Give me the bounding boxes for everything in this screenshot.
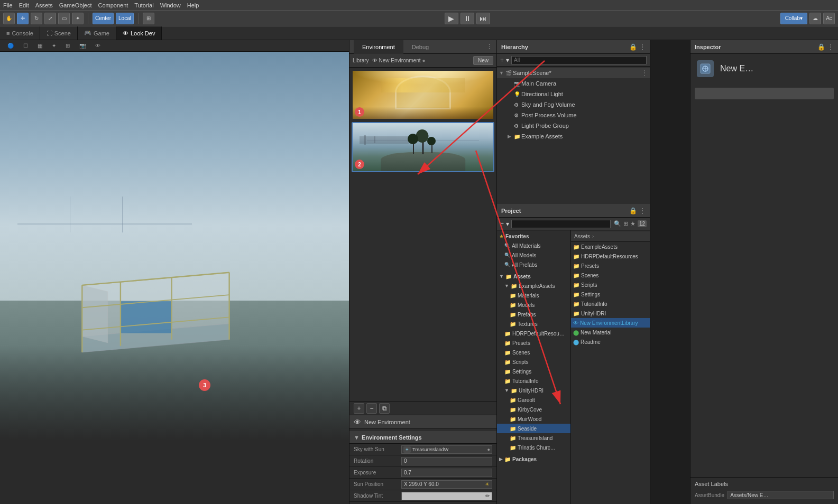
project-search[interactable]: [511, 220, 611, 228]
menu-component[interactable]: Component: [98, 2, 128, 8]
tree-scripts[interactable]: 📁 Scripts: [497, 357, 570, 367]
asset-readme[interactable]: ⬤ Readme: [571, 337, 650, 347]
exposure-field[interactable]: 0.7: [401, 469, 492, 477]
add-env-btn[interactable]: +: [354, 403, 364, 414]
hierarchy-example-assets[interactable]: ▶ 📁 Example Assets: [497, 131, 650, 142]
asset-example-assets[interactable]: 📁 ExampleAssets: [571, 242, 650, 251]
tab-game[interactable]: 🎮 Game: [78, 26, 116, 40]
tree-prefabs[interactable]: 📁 Prefabs: [497, 310, 570, 319]
menu-window[interactable]: Window: [160, 2, 181, 8]
env-thumb-1[interactable]: 1: [352, 70, 494, 120]
play-btn[interactable]: ▶: [445, 13, 458, 24]
sunpos-field[interactable]: X 299.0 Y 60.0 ☀: [401, 480, 492, 489]
hierarchy-more-icon[interactable]: ⋮: [639, 43, 646, 51]
tree-unityhdri[interactable]: ▼ 📁 UnityHDRI: [497, 386, 570, 395]
tree-materials[interactable]: 📁 Materials: [497, 291, 570, 300]
env-thumb-2[interactable]: 2: [352, 122, 494, 172]
hierarchy-dropdown-btn[interactable]: ▾: [506, 57, 509, 64]
inspector-more-icon[interactable]: ⋮: [827, 43, 834, 51]
tree-seaside[interactable]: 📁 Seaside: [497, 424, 570, 433]
scene-root-item[interactable]: ▼ 🎬 SampleScene* ⋮: [497, 68, 650, 78]
tree-settings[interactable]: 📁 Settings: [497, 367, 570, 376]
menu-edit[interactable]: Edit: [19, 2, 29, 8]
asset-unityhdri[interactable]: 📁 UnityHDRI: [571, 309, 650, 318]
wireframe-btn[interactable]: ▦: [33, 41, 47, 51]
custom-tool-btn[interactable]: ✦: [72, 13, 84, 24]
hierarchy-sky-fog[interactable]: ⚙ Sky and Fog Volume: [497, 99, 650, 110]
tree-trinatis[interactable]: 📁 Trinatis Churc…: [497, 443, 570, 452]
asset-hdrp-default[interactable]: 📁 HDRPDefaultResources: [571, 251, 650, 261]
hierarchy-lightprobe[interactable]: ⚙ Light Probe Group: [497, 120, 650, 131]
tree-treasureisland[interactable]: 📁 TreasureIsland: [497, 433, 570, 443]
menu-tutorial[interactable]: Tutorial: [134, 2, 153, 8]
asset-presets[interactable]: 📁 Presets: [571, 261, 650, 270]
account-btn[interactable]: Ac: [823, 13, 835, 24]
project-star-icon[interactable]: ★: [630, 220, 636, 227]
rotate-tool-btn[interactable]: ↻: [31, 13, 42, 24]
fav-prefabs[interactable]: 🔍 All Prefabs: [497, 260, 570, 269]
menu-file[interactable]: File: [3, 2, 13, 8]
tree-tutorialinfo[interactable]: 📁 TutorialInfo: [497, 376, 570, 386]
fav-materials[interactable]: 🔍 All Materials: [497, 241, 570, 250]
scene-root-menu[interactable]: ⋮: [641, 69, 648, 77]
asset-bundle-value[interactable]: Assets/New E…: [728, 491, 834, 499]
duplicate-env-btn[interactable]: ⧉: [379, 403, 390, 414]
shading-btn[interactable]: 🔵: [3, 41, 18, 51]
project-lock-icon[interactable]: 🔒: [629, 207, 637, 214]
move-tool-btn[interactable]: ✛: [17, 13, 29, 24]
pivot-center-btn[interactable]: Center: [93, 13, 114, 24]
lookdev-tab-environment[interactable]: Environment: [354, 40, 403, 54]
rect-tool-btn[interactable]: ▭: [58, 13, 70, 24]
camera-btn[interactable]: 📷: [75, 41, 90, 51]
sky-target-icon[interactable]: ●: [487, 447, 490, 452]
new-env-btn[interactable]: New: [473, 56, 493, 65]
sky-value-field[interactable]: ✦ TreasureIslandW ●: [401, 445, 492, 454]
menu-gameobject[interactable]: GameObject: [59, 2, 92, 8]
lookdev-tab-debug[interactable]: Debug: [403, 40, 437, 54]
project-more-icon[interactable]: ⋮: [639, 207, 646, 214]
favorites-section[interactable]: ★ Favorites: [497, 231, 570, 241]
tree-models[interactable]: 📁 Models: [497, 300, 570, 310]
tree-example-assets[interactable]: ▼ 📁 ExampleAssets: [497, 281, 570, 291]
fx-btn[interactable]: ✦: [48, 41, 60, 51]
asset-scenes[interactable]: 📁 Scenes: [571, 270, 650, 280]
fav-models[interactable]: 🔍 All Models: [497, 250, 570, 260]
lighting-btn[interactable]: ☐: [19, 41, 32, 51]
shadow-color-field[interactable]: ✏: [401, 492, 492, 500]
packages-section[interactable]: ▶ 📁 Packages: [497, 454, 570, 464]
tab-console[interactable]: ≡ Console: [0, 26, 40, 40]
step-btn[interactable]: ⏭: [476, 13, 490, 24]
tree-scenes[interactable]: 📁 Scenes: [497, 348, 570, 357]
tree-hdrp[interactable]: 📁 HDRPDefaultResou…: [497, 329, 570, 338]
rotation-field[interactable]: 0: [401, 457, 492, 465]
tree-muirwood[interactable]: 📁 MuirWood: [497, 414, 570, 424]
cloud-btn[interactable]: ☁: [809, 13, 821, 24]
pivot-local-btn[interactable]: Local: [116, 13, 134, 24]
hierarchy-search[interactable]: [511, 56, 647, 64]
asset-settings[interactable]: 📁 Settings: [571, 290, 650, 299]
tree-presets[interactable]: 📁 Presets: [497, 338, 570, 348]
collab-btn[interactable]: Collab▾: [780, 13, 807, 24]
hierarchy-lock-icon[interactable]: 🔒: [629, 43, 637, 51]
shadow-picker-icon[interactable]: ✏: [485, 493, 490, 499]
hierarchy-add-btn[interactable]: +: [500, 57, 504, 64]
tree-textures[interactable]: 📁 Textures: [497, 319, 570, 329]
project-filter-icon[interactable]: ⊞: [623, 220, 628, 227]
lookdev-more-icon[interactable]: ⋮: [486, 43, 492, 50]
asset-scripts[interactable]: 📁 Scripts: [571, 280, 650, 290]
tab-lookdev[interactable]: 👁 Look Dev: [116, 26, 162, 40]
grid-toggle[interactable]: ⊞: [61, 41, 74, 51]
hierarchy-directional-light[interactable]: 💡 Directional Light: [497, 89, 650, 99]
remove-env-btn[interactable]: −: [366, 403, 377, 414]
asset-env-library[interactable]: 👁 New EnvironmentLibrary: [571, 318, 650, 328]
project-dropdown-btn[interactable]: ▾: [506, 220, 509, 228]
hierarchy-main-camera[interactable]: 📷 Main Camera: [497, 78, 650, 89]
grid-btn[interactable]: ⊞: [143, 13, 154, 24]
scene-vis[interactable]: 👁: [91, 41, 105, 51]
scale-tool-btn[interactable]: ⤢: [44, 13, 56, 24]
tab-scene[interactable]: ⛶ Scene: [40, 26, 78, 40]
hierarchy-postprocess[interactable]: ⚙ Post Process Volume: [497, 110, 650, 120]
menu-help[interactable]: Help: [187, 2, 199, 8]
hand-tool-btn[interactable]: ✋: [3, 13, 15, 24]
asset-new-material[interactable]: ⬤ New Material: [571, 328, 650, 337]
